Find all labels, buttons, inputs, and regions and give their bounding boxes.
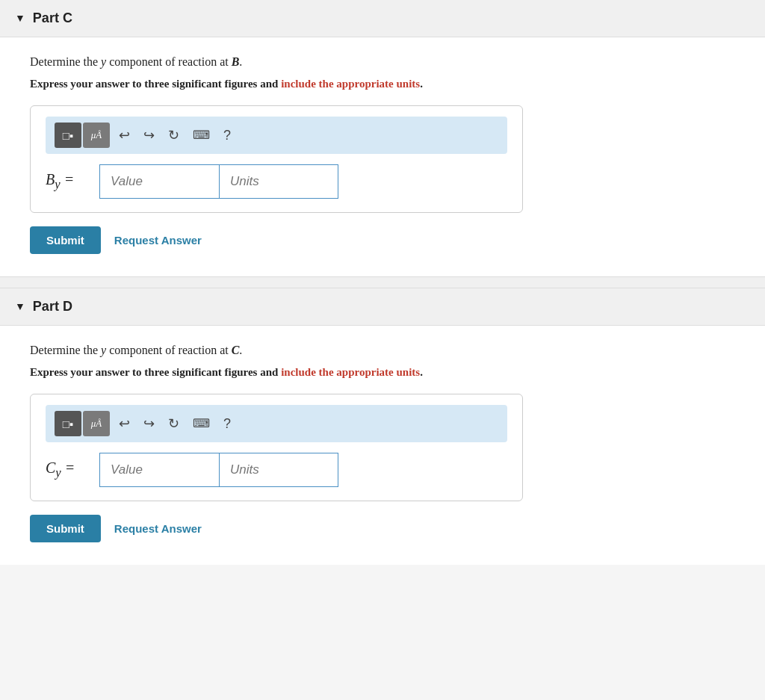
part-d-input-container: □▪ μÅ ↩ ↪ ↻ ⌨ ? Cy = [30, 394, 523, 501]
template-icon-c: □▪ [63, 129, 73, 142]
part-c-header: ▼ Part C [0, 0, 765, 37]
template-button-d[interactable]: □▪ [55, 411, 81, 436]
part-c-title: Part C [33, 10, 72, 26]
undo-button-c[interactable]: ↩ [114, 128, 134, 142]
mu-button-c[interactable]: μÅ [83, 123, 110, 148]
part-d-equation-row: Cy = [46, 453, 507, 487]
part-c-toolbar: □▪ μÅ ↩ ↪ ↻ ⌨ ? [46, 117, 507, 154]
part-d-toolbar: □▪ μÅ ↩ ↪ ↻ ⌨ ? [46, 405, 507, 442]
part-c-equation-label: By = [46, 171, 90, 192]
part-c-actions: Submit Request Answer [30, 226, 735, 254]
mu-icon-d: μÅ [91, 418, 102, 430]
refresh-button-d[interactable]: ↻ [164, 417, 184, 430]
part-c-value-input[interactable] [99, 164, 219, 199]
help-button-c[interactable]: ? [219, 128, 235, 142]
redo-button-c[interactable]: ↪ [139, 128, 159, 142]
part-d-actions: Submit Request Answer [30, 515, 735, 542]
part-d-toolbar-group: □▪ μÅ [55, 411, 110, 436]
part-d-title: Part D [33, 299, 72, 315]
part-c-equation-row: By = [46, 164, 507, 199]
part-d-body: Determine the y component of reaction at… [0, 326, 765, 565]
part-c-input-container: □▪ μÅ ↩ ↪ ↻ ⌨ ? By = [30, 105, 523, 213]
part-c-description: Determine the y component of reaction at… [30, 55, 735, 69]
mu-button-d[interactable]: μÅ [83, 411, 110, 436]
part-c-submit-button[interactable]: Submit [30, 226, 101, 254]
refresh-button-c[interactable]: ↻ [164, 128, 184, 142]
part-d-units-input[interactable] [219, 453, 338, 487]
part-d-value-input[interactable] [99, 453, 219, 487]
part-d-header: ▼ Part D [0, 288, 765, 326]
part-d-equation-label: Cy = [46, 459, 90, 480]
part-d-instruction: Express your answer to three significant… [30, 365, 735, 380]
part-c-instruction: Express your answer to three significant… [30, 76, 735, 92]
keyboard-button-c[interactable]: ⌨ [188, 129, 214, 141]
part-d-submit-button[interactable]: Submit [30, 515, 101, 542]
part-c-body: Determine the y component of reaction at… [0, 37, 765, 276]
mu-icon-c: μÅ [91, 129, 102, 141]
template-button-c[interactable]: □▪ [55, 123, 81, 148]
part-d-toggle[interactable]: ▼ [15, 301, 25, 313]
undo-button-d[interactable]: ↩ [114, 417, 134, 430]
part-c-request-link[interactable]: Request Answer [114, 234, 202, 247]
part-d-description: Determine the y component of reaction at… [30, 344, 735, 357]
part-c-toggle[interactable]: ▼ [15, 13, 25, 25]
part-c-toolbar-group: □▪ μÅ [55, 123, 110, 148]
redo-button-d[interactable]: ↪ [139, 417, 159, 430]
keyboard-button-d[interactable]: ⌨ [188, 418, 214, 430]
help-button-d[interactable]: ? [219, 417, 235, 430]
part-divider [0, 276, 765, 288]
part-c-units-input[interactable] [219, 164, 338, 199]
part-d-request-link[interactable]: Request Answer [114, 522, 202, 535]
page: ▼ Part C Determine the y component of re… [0, 0, 765, 565]
template-icon-d: □▪ [63, 418, 73, 430]
